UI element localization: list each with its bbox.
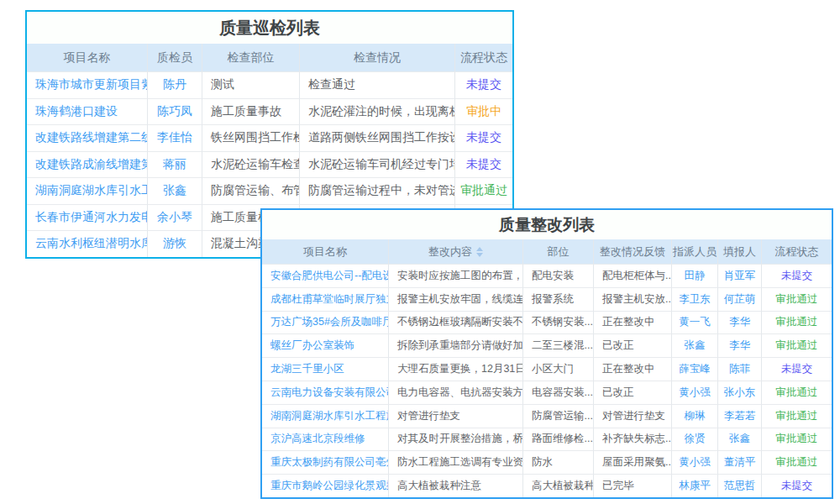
- col-header-part: 部位: [523, 239, 594, 264]
- col-header-content: 整改内容: [389, 239, 523, 264]
- rectify-content: 高大植被栽种注意: [389, 474, 523, 497]
- rectify-part: 配电安装: [523, 264, 594, 287]
- rectify-part: 路面维修检...: [523, 428, 594, 451]
- inspector-name: 陈丹: [148, 71, 202, 98]
- project-name-link[interactable]: 安徽合肥供电公司--配电设备...: [262, 264, 389, 287]
- reporter-name: 李华: [718, 311, 762, 334]
- reporter-name: 董清平: [718, 450, 762, 474]
- col-header-part: 检查部位: [202, 44, 300, 71]
- rectify-feedback: 屋面采用聚氨...: [594, 450, 672, 474]
- project-name-link[interactable]: 珠海鹤港口建设: [27, 98, 148, 125]
- status-badge: 审批通过: [762, 333, 832, 357]
- col-header-project: 项目名称: [262, 239, 389, 264]
- rectify-part: 防腐管运输...: [523, 404, 594, 428]
- col-header-reporter: 填报人: [718, 239, 762, 264]
- reporter-name: 张鑫: [718, 428, 762, 451]
- col-header-inspector: 质检员: [148, 44, 202, 71]
- rectify-feedback: 正在整改中: [594, 357, 672, 381]
- status-badge: 审批通过: [762, 450, 832, 474]
- status-badge: 审批通过: [762, 311, 832, 334]
- table-row: 龙湖三千里小区 大理石质量更换，12月31日之... 小区大门 正在整改中 薛宝…: [262, 357, 832, 381]
- reporter-name: 范思哲: [718, 474, 762, 497]
- inspection-part: 铁丝网围挡工作检查: [202, 124, 300, 151]
- table-row: 成都杜甫草堂临时展厅独立展... 报警主机安放牢固，线缆连接... 报警系统 报…: [262, 287, 832, 311]
- inspection-part: 防腐管运输、布管: [202, 177, 300, 204]
- table-row: 珠海市城市更新项目紫... 陈丹 测试 检查通过 未提交: [27, 71, 512, 98]
- table-row: 改建铁路线增建第二线... 李佳怡 铁丝网围挡工作检查 道路两侧铁丝网围挡工作按…: [27, 124, 512, 151]
- rectify-content: 防水工程施工选调有专业资质...: [389, 450, 523, 474]
- inspection-situation: 水泥砼运输车司机经过专门培训...: [300, 151, 455, 178]
- rectify-content: 报警主机安放牢固，线缆连接...: [389, 287, 523, 311]
- status-badge: 未提交: [762, 357, 832, 381]
- col-header-project: 项目名称: [27, 44, 148, 71]
- rectify-part: 高大植被栽种: [523, 474, 594, 497]
- status-badge: 未提交: [455, 151, 512, 178]
- status-badge: 未提交: [455, 71, 512, 98]
- table-row: 万达广场35#会所及咖啡厅空... 不锈钢边框玻璃隔断安装不牢... 不锈钢安装…: [262, 311, 832, 334]
- rectify-part: 不锈钢安装...: [523, 311, 594, 334]
- col-header-assignee: 指派人员: [672, 239, 718, 264]
- col-header-status: 流程状态: [455, 44, 512, 71]
- inspection-table-title: 质量巡检列表: [27, 12, 512, 44]
- reporter-name: 张小东: [718, 381, 762, 404]
- table-row: 改建铁路成渝线增建第... 蒋丽 水泥砼运输车检查 水泥砼运输车司机经过专门培训…: [27, 151, 512, 178]
- rectify-content: 不锈钢边框玻璃隔断安装不牢...: [389, 311, 523, 334]
- rectify-part: 防水: [523, 450, 594, 474]
- rectification-table: 质量整改列表 项目名称 整改内容 部位 整改情况反馈 指派人员 填报人 流程状态…: [260, 208, 833, 499]
- table-row: 螺丝厂办公室装饰 拆除到承重墙部分请做好加固... 二至三楼混... 已改正 张…: [262, 333, 832, 357]
- project-name-link[interactable]: 云南电力设备安装有限公司20...: [262, 381, 389, 404]
- status-badge: 未提交: [762, 264, 832, 287]
- project-name-link[interactable]: 云南水利枢纽潜明水库...: [27, 230, 148, 257]
- rectify-feedback: 正在整改中: [594, 311, 672, 334]
- reporter-name: 李若若: [718, 404, 762, 428]
- project-name-link[interactable]: 改建铁路线增建第二线...: [27, 124, 148, 151]
- table-row: 湖南洞庭湖水库引水工... 张鑫 防腐管运输、布管 防腐管运输过程中，未对管进行…: [27, 177, 512, 204]
- assignee-name: 李卫东: [672, 287, 718, 311]
- inspection-part: 测试: [202, 71, 300, 98]
- reporter-name: 何芷萌: [718, 287, 762, 311]
- page: 质量巡检列表 项目名称 质检员 检查部位 检查情况 流程状态 珠海市城市更新项目…: [0, 0, 840, 504]
- assignee-name: 柳琳: [672, 404, 718, 428]
- project-name-link[interactable]: 万达广场35#会所及咖啡厅空...: [262, 311, 389, 334]
- project-name-link[interactable]: 改建铁路成渝线增建第...: [27, 151, 148, 178]
- rectify-feedback: 对管进行垫支: [594, 404, 672, 428]
- rectify-content: 拆除到承重墙部分请做好加固...: [389, 333, 523, 357]
- project-name-link[interactable]: 湖南洞庭湖水库引水工程施工I标: [262, 404, 389, 428]
- rectify-content: 对其及时开展整治措施，桥头...: [389, 428, 523, 451]
- project-name-link[interactable]: 螺丝厂办公室装饰: [262, 333, 389, 357]
- project-name-link[interactable]: 龙湖三千里小区: [262, 357, 389, 381]
- table-row: 湖南洞庭湖水库引水工程施工I标 对管进行垫支 防腐管运输... 对管进行垫支 柳…: [262, 404, 832, 428]
- project-name-link[interactable]: 珠海市城市更新项目紫...: [27, 71, 148, 98]
- assignee-name: 徐贤: [672, 428, 718, 451]
- rectify-content: 大理石质量更换，12月31日之...: [389, 357, 523, 381]
- table-row: 云南电力设备安装有限公司20... 电力电容器、电抗器安装方案,... 电容器安…: [262, 381, 832, 404]
- col-header-feedback: 整改情况反馈: [594, 239, 672, 264]
- col-header-situation: 检查情况: [300, 44, 455, 71]
- rectification-table-body: 安徽合肥供电公司--配电设备... 安装时应按施工图的布置，将... 配电安装 …: [262, 264, 832, 497]
- inspector-name: 蒋丽: [148, 151, 202, 178]
- inspection-part: 水泥砼运输车检查: [202, 151, 300, 178]
- inspector-name: 张鑫: [148, 177, 202, 204]
- project-name-link[interactable]: 成都杜甫草堂临时展厅独立展...: [262, 287, 389, 311]
- rectify-feedback: 补齐缺失标志...: [594, 428, 672, 451]
- reporter-name: 李华: [718, 333, 762, 357]
- project-name-link[interactable]: 长春市伊通河水力发电...: [27, 204, 148, 231]
- project-name-link[interactable]: 湖南洞庭湖水库引水工...: [27, 177, 148, 204]
- assignee-name: 田静: [672, 264, 718, 287]
- rectification-table-title: 质量整改列表: [262, 210, 832, 239]
- inspection-header-row: 项目名称 质检员 检查部位 检查情况 流程状态: [27, 44, 512, 71]
- project-name-link[interactable]: 京沪高速北京段维修: [262, 428, 389, 451]
- project-name-link[interactable]: 重庆市鹅岭公园绿化景观提升...: [262, 474, 389, 497]
- rectification-header-row: 项目名称 整改内容 部位 整改情况反馈 指派人员 填报人 流程状态: [262, 239, 832, 264]
- col-header-content-label: 整改内容: [428, 244, 472, 260]
- table-row: 珠海鹤港口建设 陈巧凤 施工质量事故 水泥砼灌注的时候，出现离析现象 审批中: [27, 98, 512, 125]
- sort-icon[interactable]: [476, 247, 483, 257]
- rectify-part: 报警系统: [523, 287, 594, 311]
- inspection-situation: 防腐管运输过程中，未对管进行...: [300, 177, 455, 204]
- table-row: 重庆市鹅岭公园绿化景观提升... 高大植被栽种注意 高大植被栽种 已完毕 林康平…: [262, 474, 832, 497]
- rectify-feedback: 已改正: [594, 381, 672, 404]
- inspector-name: 陈巧凤: [148, 98, 202, 125]
- project-name-link[interactable]: 重庆太极制药有限公司亳州中...: [262, 450, 389, 474]
- inspection-situation: 检查通过: [300, 71, 455, 98]
- rectify-part: 二至三楼混...: [523, 333, 594, 357]
